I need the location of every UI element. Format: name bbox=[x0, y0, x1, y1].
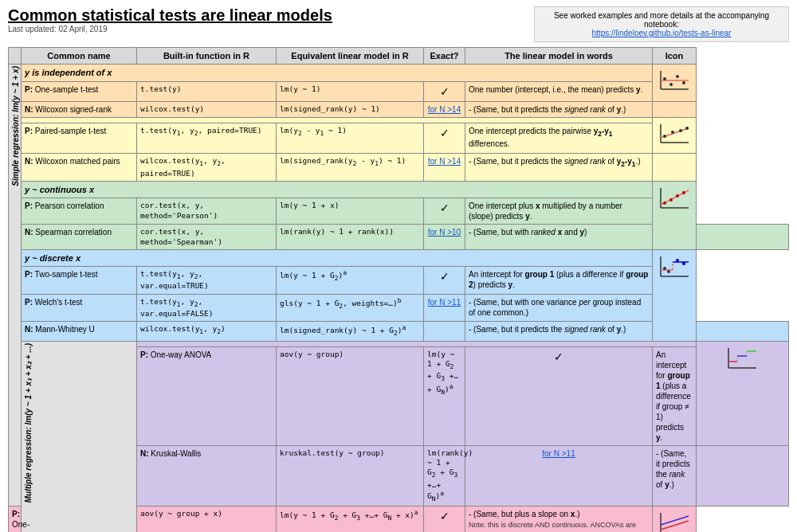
col-header-equiv: Equivalent linear model in R bbox=[277, 48, 424, 65]
group-continuous-label: y ~ continuous x bbox=[22, 182, 653, 198]
table-row-cont-header: y ~ continuous x bbox=[9, 182, 789, 198]
spearman-exact: for N >10 bbox=[424, 225, 465, 250]
indep-p-name: P: One-sample t-test bbox=[22, 81, 137, 101]
notebook-note: See worked examples and more details at … bbox=[534, 6, 789, 42]
svg-point-27 bbox=[667, 270, 670, 273]
icon-indep-svg bbox=[657, 67, 693, 95]
paired-n-name: N: Wilcoxon matched pairs bbox=[22, 154, 137, 182]
svg-point-5 bbox=[676, 75, 679, 78]
col-header-name: Common name bbox=[22, 48, 137, 65]
twosamp-words: An intercept for group 1 (plus a differe… bbox=[465, 267, 653, 295]
ancova-words: - (Same, but plus a slope on x.)Note: th… bbox=[465, 507, 653, 532]
svg-point-13 bbox=[685, 127, 689, 130]
icon-spearman bbox=[697, 225, 789, 250]
svg-point-4 bbox=[669, 83, 673, 86]
anova1-p-equiv: lm(y ~ 1 + G2 + G3 +…+ GN)a bbox=[424, 346, 465, 445]
svg-point-11 bbox=[671, 131, 674, 134]
icon-anova1 bbox=[697, 341, 789, 445]
anova1-p-name: P: One-way ANOVA bbox=[137, 346, 277, 445]
group-indep-title: y is independent of x bbox=[25, 68, 112, 77]
subtitle: Last updated: 02 April, 2019 bbox=[8, 25, 332, 33]
section-multiple: Multiple regression: lm(y ~ 1 + x₁ + x₂ … bbox=[22, 341, 137, 532]
svg-point-20 bbox=[682, 191, 685, 194]
section-simple: Simple regression: lm(y ~ 1 + x) bbox=[9, 65, 22, 507]
ancova-builtin: aov(y ~ group + x) bbox=[137, 507, 277, 532]
notebook-link[interactable]: https://lindeloev.github.io/tests-as-lin… bbox=[592, 29, 732, 37]
svg-line-40 bbox=[661, 516, 689, 525]
table-row-disc-header: y ~ discrete x bbox=[9, 249, 789, 266]
spearman-equiv: lm(rank(y) ~ 1 + rank(x)) bbox=[277, 225, 424, 250]
icon-mann bbox=[697, 322, 789, 341]
welch-equiv: gls(y ~ 1 + G2, weights=…)b bbox=[277, 294, 424, 322]
pearson-equiv: lm(y ~ 1 + x) bbox=[277, 198, 424, 225]
welch-link[interactable]: for N >11 bbox=[428, 298, 461, 307]
svg-point-18 bbox=[669, 198, 673, 201]
group-indep-label: y is independent of x bbox=[22, 65, 653, 81]
spearman-builtin: cor.test(x, y, method='Spearman') bbox=[137, 225, 277, 250]
indep-p-equiv: lm(y ~ 1) bbox=[277, 81, 424, 101]
page-title: Common statistical tests are linear mode… bbox=[8, 6, 332, 25]
paired-n-exact: for N >14 bbox=[424, 154, 465, 182]
svg-point-19 bbox=[676, 194, 679, 198]
icon-paired-svg bbox=[657, 120, 693, 148]
icon-paired2 bbox=[653, 154, 697, 182]
indep-p-words: One number (intercept, i.e., the mean) p… bbox=[465, 81, 653, 101]
pearson-exact: ✓ bbox=[424, 198, 465, 225]
paired-p-name: P: Paired-sample t-test bbox=[22, 123, 137, 154]
icon-indep bbox=[653, 65, 697, 101]
icon-continuous bbox=[653, 182, 697, 250]
paired-n-link[interactable]: for N >14 bbox=[428, 157, 461, 166]
paired-p-exact: ✓ bbox=[424, 123, 465, 154]
indep-n-builtin: wilcox.test(y) bbox=[137, 101, 277, 117]
mann-words: - (Same, but it predicts the signed rank… bbox=[465, 322, 653, 341]
paired-p-equiv: lm(y2 - y1 ~ 1) bbox=[277, 123, 424, 154]
indep-n-link[interactable]: for N >14 bbox=[428, 105, 461, 114]
notebook-note-text: See worked examples and more details at … bbox=[554, 11, 769, 29]
header-area: Common statistical tests are linear mode… bbox=[8, 6, 789, 42]
title-block: Common statistical tests are linear mode… bbox=[8, 6, 332, 33]
twosamp-exact: ✓ bbox=[424, 267, 465, 295]
icon-paired bbox=[653, 117, 697, 154]
indep-n-name: N: Wilcoxon signed-rank bbox=[22, 101, 137, 117]
anova1-p-exact: ✓ bbox=[465, 346, 653, 445]
page-container: Common statistical tests are linear mode… bbox=[0, 0, 797, 532]
twosamp-name: P: Two-sample t-test bbox=[22, 267, 137, 295]
svg-point-26 bbox=[663, 267, 666, 270]
welch-name: P: Welch's t-test bbox=[22, 294, 137, 322]
welch-builtin: t.test(y1, y2, var.equal=FALSE) bbox=[137, 294, 277, 322]
ancova-equiv: lm(y ~ 1 + G2 + G3 +…+ GN + x)a bbox=[277, 507, 424, 532]
icon-kruskal bbox=[697, 445, 789, 507]
ancova-exact: ✓ bbox=[424, 507, 465, 532]
mann-name: N: Mann-Whitney U bbox=[22, 322, 137, 341]
group-continuous-title: y ~ continuous x bbox=[25, 185, 94, 194]
svg-point-28 bbox=[676, 259, 679, 262]
icon-continuous-svg bbox=[657, 184, 693, 212]
spearman-link[interactable]: for N >10 bbox=[428, 228, 461, 237]
table-row-paired-header bbox=[9, 117, 789, 123]
paired-p-words: One intercept predicts the pairwise y2-y… bbox=[465, 123, 653, 154]
icon-discrete-svg bbox=[657, 252, 693, 280]
svg-point-17 bbox=[663, 201, 666, 205]
kruskal-exact: for N >11 bbox=[465, 445, 653, 507]
welch-words: - (Same, but with one variance per group… bbox=[465, 294, 653, 322]
col-header-builtin: Built-in function in R bbox=[137, 48, 277, 65]
svg-point-12 bbox=[679, 129, 682, 132]
svg-point-3 bbox=[663, 77, 666, 80]
indep-n-words: - (Same, but it predicts the signed rank… bbox=[465, 101, 653, 117]
welch-exact: for N >11 bbox=[424, 294, 465, 322]
indep-n-exact: for N >14 bbox=[424, 101, 465, 117]
anova1-p-builtin: aov(y ~ group) bbox=[277, 346, 424, 445]
icon-ancova-svg bbox=[657, 509, 693, 532]
group-anova-label bbox=[137, 341, 697, 346]
kruskal-words: - (Same, it predicts the rank of y.) bbox=[653, 445, 697, 507]
kruskal-name: N: Kruskal-Wallis bbox=[137, 445, 277, 507]
kruskal-link[interactable]: for N >11 bbox=[542, 449, 575, 458]
spearman-name: N: Spearman correlation bbox=[22, 225, 137, 250]
mann-equiv: lm(signed_rank(y) ~ 1 + G2)a bbox=[277, 322, 424, 341]
svg-point-29 bbox=[682, 262, 685, 265]
col-header-words: The linear model in words bbox=[465, 48, 653, 65]
paired-n-equiv: lm(signed_rank(y2 - y1) ~ 1) bbox=[277, 154, 424, 182]
mann-builtin: wilcox.test(y1, y2) bbox=[137, 322, 277, 341]
table-row-paired-n: N: Wilcoxon matched pairs wilcox.test(y1… bbox=[9, 154, 789, 182]
kruskal-equiv: lm(rank(y) ~ 1 + G2 + G3 +…+ GN)a bbox=[424, 445, 465, 507]
